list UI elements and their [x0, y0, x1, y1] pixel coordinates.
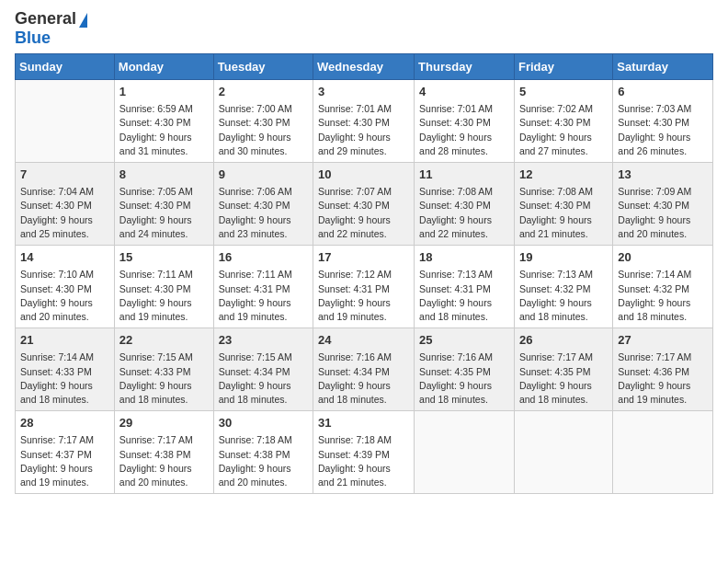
day-info: Sunrise: 7:16 AMSunset: 4:35 PMDaylight:…: [419, 350, 509, 407]
calendar-cell: 20Sunrise: 7:14 AMSunset: 4:32 PMDayligh…: [613, 246, 713, 328]
calendar-cell: 2Sunrise: 7:00 AMSunset: 4:30 PMDaylight…: [213, 80, 313, 163]
calendar-header-tuesday: Tuesday: [213, 54, 313, 80]
day-number: 30: [219, 415, 308, 431]
day-info: Sunrise: 7:01 AMSunset: 4:30 PMDaylight:…: [318, 102, 409, 158]
calendar-cell: 28Sunrise: 7:17 AMSunset: 4:37 PMDayligh…: [16, 411, 115, 494]
calendar-cell: [514, 411, 612, 494]
day-number: 27: [618, 332, 708, 349]
calendar-cell: 11Sunrise: 7:08 AMSunset: 4:30 PMDayligh…: [415, 163, 515, 246]
day-number: 11: [419, 167, 509, 183]
day-info: Sunrise: 7:00 AMSunset: 4:30 PMDaylight:…: [219, 102, 308, 158]
day-info: Sunrise: 7:03 AMSunset: 4:30 PMDaylight:…: [618, 102, 708, 158]
day-number: 21: [20, 332, 109, 349]
calendar-header-sunday: Sunday: [16, 54, 115, 80]
calendar-week-row: 28Sunrise: 7:17 AMSunset: 4:37 PMDayligh…: [16, 411, 713, 494]
day-number: 9: [219, 167, 308, 183]
calendar-cell: 16Sunrise: 7:11 AMSunset: 4:31 PMDayligh…: [213, 246, 313, 328]
calendar-cell: 8Sunrise: 7:05 AMSunset: 4:30 PMDaylight…: [114, 163, 213, 246]
day-info: Sunrise: 7:13 AMSunset: 4:32 PMDaylight:…: [519, 268, 608, 324]
day-number: 25: [419, 332, 509, 349]
calendar-week-row: 1Sunrise: 6:59 AMSunset: 4:30 PMDaylight…: [16, 80, 713, 163]
calendar-header-monday: Monday: [114, 54, 213, 80]
calendar-cell: 31Sunrise: 7:18 AMSunset: 4:39 PMDayligh…: [313, 411, 415, 494]
day-info: Sunrise: 7:11 AMSunset: 4:30 PMDaylight:…: [119, 268, 209, 324]
day-number: 31: [318, 415, 409, 431]
day-number: 14: [20, 249, 109, 266]
day-number: 4: [419, 84, 509, 100]
day-info: Sunrise: 7:18 AMSunset: 4:38 PMDaylight:…: [219, 433, 308, 489]
calendar-cell: 12Sunrise: 7:08 AMSunset: 4:30 PMDayligh…: [514, 163, 612, 246]
calendar-table: SundayMondayTuesdayWednesdayThursdayFrid…: [15, 53, 713, 494]
day-number: 7: [20, 167, 109, 183]
day-info: Sunrise: 7:14 AMSunset: 4:32 PMDaylight:…: [618, 268, 708, 324]
calendar-week-row: 7Sunrise: 7:04 AMSunset: 4:30 PMDaylight…: [16, 163, 713, 246]
calendar-header-saturday: Saturday: [613, 54, 713, 80]
day-number: 5: [519, 84, 608, 100]
day-info: Sunrise: 7:12 AMSunset: 4:31 PMDaylight:…: [318, 268, 409, 324]
day-info: Sunrise: 6:59 AMSunset: 4:30 PMDaylight:…: [119, 102, 209, 158]
logo-general: General: [15, 9, 76, 29]
day-number: 16: [219, 249, 308, 266]
day-number: 28: [20, 415, 109, 431]
day-number: 1: [119, 84, 209, 100]
day-number: 10: [318, 167, 409, 183]
day-info: Sunrise: 7:05 AMSunset: 4:30 PMDaylight:…: [119, 185, 209, 241]
day-number: 17: [318, 249, 409, 266]
day-info: Sunrise: 7:17 AMSunset: 4:37 PMDaylight:…: [20, 433, 109, 489]
day-info: Sunrise: 7:11 AMSunset: 4:31 PMDaylight:…: [219, 268, 308, 324]
day-number: 15: [119, 249, 209, 266]
header: General Blue: [15, 9, 713, 48]
day-number: 24: [318, 332, 409, 349]
calendar-cell: 14Sunrise: 7:10 AMSunset: 4:30 PMDayligh…: [16, 246, 115, 328]
calendar-cell: 18Sunrise: 7:13 AMSunset: 4:31 PMDayligh…: [415, 246, 515, 328]
day-info: Sunrise: 7:14 AMSunset: 4:33 PMDaylight:…: [20, 350, 109, 407]
day-info: Sunrise: 7:02 AMSunset: 4:30 PMDaylight:…: [519, 102, 608, 158]
day-info: Sunrise: 7:13 AMSunset: 4:31 PMDaylight:…: [419, 268, 509, 324]
calendar-cell: 9Sunrise: 7:06 AMSunset: 4:30 PMDaylight…: [213, 163, 313, 246]
day-info: Sunrise: 7:18 AMSunset: 4:39 PMDaylight:…: [318, 433, 409, 489]
day-number: 13: [618, 167, 708, 183]
calendar-cell: [415, 411, 515, 494]
day-info: Sunrise: 7:16 AMSunset: 4:34 PMDaylight:…: [318, 350, 409, 407]
day-info: Sunrise: 7:15 AMSunset: 4:34 PMDaylight:…: [219, 350, 308, 407]
day-info: Sunrise: 7:17 AMSunset: 4:35 PMDaylight:…: [519, 350, 608, 407]
calendar-header-thursday: Thursday: [415, 54, 515, 80]
day-number: 8: [119, 167, 209, 183]
calendar-cell: 22Sunrise: 7:15 AMSunset: 4:33 PMDayligh…: [114, 328, 213, 411]
calendar-cell: 19Sunrise: 7:13 AMSunset: 4:32 PMDayligh…: [514, 246, 612, 328]
calendar-cell: 4Sunrise: 7:01 AMSunset: 4:30 PMDaylight…: [415, 80, 515, 163]
calendar-cell: 24Sunrise: 7:16 AMSunset: 4:34 PMDayligh…: [313, 328, 415, 411]
day-info: Sunrise: 7:17 AMSunset: 4:36 PMDaylight:…: [618, 350, 708, 407]
calendar-cell: 15Sunrise: 7:11 AMSunset: 4:30 PMDayligh…: [114, 246, 213, 328]
day-info: Sunrise: 7:07 AMSunset: 4:30 PMDaylight:…: [318, 185, 409, 241]
calendar-cell: 26Sunrise: 7:17 AMSunset: 4:35 PMDayligh…: [514, 328, 612, 411]
calendar-cell: 6Sunrise: 7:03 AMSunset: 4:30 PMDaylight…: [613, 80, 713, 163]
calendar-cell: 13Sunrise: 7:09 AMSunset: 4:30 PMDayligh…: [613, 163, 713, 246]
day-info: Sunrise: 7:17 AMSunset: 4:38 PMDaylight:…: [119, 433, 209, 489]
calendar-week-row: 21Sunrise: 7:14 AMSunset: 4:33 PMDayligh…: [16, 328, 713, 411]
day-info: Sunrise: 7:08 AMSunset: 4:30 PMDaylight:…: [419, 185, 509, 241]
calendar-header-wednesday: Wednesday: [313, 54, 415, 80]
calendar-cell: 23Sunrise: 7:15 AMSunset: 4:34 PMDayligh…: [213, 328, 313, 411]
day-number: 20: [618, 249, 708, 266]
day-info: Sunrise: 7:09 AMSunset: 4:30 PMDaylight:…: [618, 185, 708, 241]
calendar-cell: 21Sunrise: 7:14 AMSunset: 4:33 PMDayligh…: [16, 328, 115, 411]
calendar-week-row: 14Sunrise: 7:10 AMSunset: 4:30 PMDayligh…: [16, 246, 713, 328]
day-number: 12: [519, 167, 608, 183]
calendar-cell: 25Sunrise: 7:16 AMSunset: 4:35 PMDayligh…: [415, 328, 515, 411]
day-info: Sunrise: 7:10 AMSunset: 4:30 PMDaylight:…: [20, 268, 109, 324]
day-number: 3: [318, 84, 409, 100]
calendar-cell: 7Sunrise: 7:04 AMSunset: 4:30 PMDaylight…: [16, 163, 115, 246]
page: General Blue SundayMondayTuesdayWednesda…: [0, 0, 728, 563]
calendar-cell: [16, 80, 115, 163]
day-info: Sunrise: 7:04 AMSunset: 4:30 PMDaylight:…: [20, 185, 109, 241]
day-info: Sunrise: 7:06 AMSunset: 4:30 PMDaylight:…: [219, 185, 308, 241]
calendar-cell: [613, 411, 713, 494]
calendar-cell: 29Sunrise: 7:17 AMSunset: 4:38 PMDayligh…: [114, 411, 213, 494]
logo-triangle-icon: [79, 13, 87, 28]
day-info: Sunrise: 7:08 AMSunset: 4:30 PMDaylight:…: [519, 185, 608, 241]
day-number: 18: [419, 249, 509, 266]
calendar-cell: 5Sunrise: 7:02 AMSunset: 4:30 PMDaylight…: [514, 80, 612, 163]
day-info: Sunrise: 7:01 AMSunset: 4:30 PMDaylight:…: [419, 102, 509, 158]
logo-blue: Blue: [15, 29, 51, 47]
